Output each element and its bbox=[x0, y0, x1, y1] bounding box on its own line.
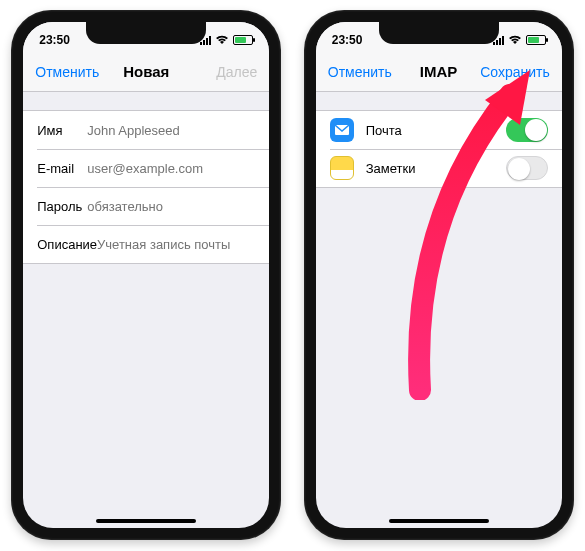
status-indicators bbox=[493, 35, 546, 45]
password-label: Пароль bbox=[37, 199, 87, 214]
device-mockup-left: 23:50 Отменить Новая Далее Имя E-mail bbox=[11, 10, 281, 540]
nav-bar: Отменить Новая Далее bbox=[23, 52, 269, 92]
device-mockup-right: 23:50 Отменить IMAP Сохранить Почта bbox=[304, 10, 574, 540]
next-button[interactable]: Далее bbox=[188, 64, 257, 80]
mail-toggle[interactable] bbox=[506, 118, 548, 142]
name-label: Имя bbox=[37, 123, 87, 138]
screen: 23:50 Отменить Новая Далее Имя E-mail bbox=[23, 22, 269, 528]
nav-title: IMAP bbox=[397, 63, 480, 80]
description-row: Описание bbox=[23, 225, 269, 263]
battery-icon bbox=[233, 35, 253, 45]
email-label: E-mail bbox=[37, 161, 87, 176]
save-button[interactable]: Сохранить bbox=[480, 64, 550, 80]
email-field[interactable] bbox=[87, 161, 255, 176]
password-row: Пароль bbox=[23, 187, 269, 225]
status-time: 23:50 bbox=[332, 33, 363, 47]
status-indicators bbox=[200, 35, 253, 45]
services-group: Почта Заметки bbox=[316, 110, 562, 188]
password-field[interactable] bbox=[87, 199, 255, 214]
name-row: Имя bbox=[23, 111, 269, 149]
mail-label: Почта bbox=[366, 123, 506, 138]
services-content: Почта Заметки bbox=[316, 92, 562, 188]
mail-icon bbox=[330, 118, 354, 142]
cancel-button[interactable]: Отменить bbox=[328, 64, 397, 80]
mail-row: Почта bbox=[316, 111, 562, 149]
nav-title: Новая bbox=[105, 63, 188, 80]
home-indicator[interactable] bbox=[389, 519, 489, 523]
description-label: Описание bbox=[37, 237, 97, 252]
form-content: Имя E-mail Пароль Описание bbox=[23, 92, 269, 264]
nav-bar: Отменить IMAP Сохранить bbox=[316, 52, 562, 92]
notes-icon bbox=[330, 156, 354, 180]
cancel-button[interactable]: Отменить bbox=[35, 64, 104, 80]
notes-label: Заметки bbox=[366, 161, 506, 176]
home-indicator[interactable] bbox=[96, 519, 196, 523]
wifi-icon bbox=[508, 35, 522, 45]
description-field[interactable] bbox=[97, 237, 265, 252]
notch bbox=[379, 22, 499, 44]
status-time: 23:50 bbox=[39, 33, 70, 47]
battery-icon bbox=[526, 35, 546, 45]
wifi-icon bbox=[215, 35, 229, 45]
email-row: E-mail bbox=[23, 149, 269, 187]
account-form-group: Имя E-mail Пароль Описание bbox=[23, 110, 269, 264]
notes-row: Заметки bbox=[316, 149, 562, 187]
notes-toggle[interactable] bbox=[506, 156, 548, 180]
notch bbox=[86, 22, 206, 44]
screen: 23:50 Отменить IMAP Сохранить Почта bbox=[316, 22, 562, 528]
name-field[interactable] bbox=[87, 123, 255, 138]
